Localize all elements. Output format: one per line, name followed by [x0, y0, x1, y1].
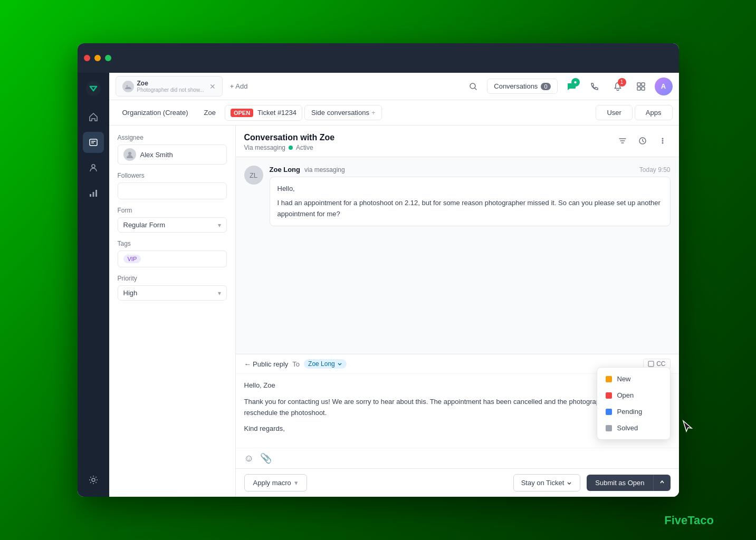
messages-area: ZL Zoe Long via messaging Today 9:50 Hel…: [236, 157, 679, 354]
message-channel: via messaging: [304, 166, 345, 173]
sidebar-item-settings[interactable]: [83, 469, 104, 490]
chat-btn[interactable]: ●: [562, 77, 581, 96]
status-new-color: [606, 376, 612, 382]
user-tab-right[interactable]: User: [596, 105, 632, 120]
active-tab[interactable]: Zoe Photographer did not show... ✕: [116, 76, 223, 97]
message-time: Today 9:50: [639, 166, 671, 173]
submit-main[interactable]: Submit as Open: [587, 475, 653, 491]
second-nav: Organization (Create) Zoe OPEN Ticket #1…: [109, 100, 679, 126]
assignee-field[interactable]: Alex Smith: [118, 144, 227, 165]
conversations-btn[interactable]: Conversations 0: [487, 79, 557, 94]
close-window-btn[interactable]: [84, 55, 90, 61]
tags-label: Tags: [118, 240, 227, 247]
tab-name: Zoe Photographer did not show...: [137, 80, 204, 93]
status-open-color: [606, 392, 612, 399]
svg-rect-6: [92, 192, 94, 197]
conv-title-area: Conversation with Zoe Via messaging Acti…: [244, 133, 335, 151]
form-dropdown-arrow: ▾: [218, 221, 221, 229]
form-select[interactable]: Regular Form ▾: [118, 217, 227, 233]
history-btn[interactable]: [635, 133, 650, 149]
svg-rect-21: [648, 361, 654, 367]
stay-on-ticket-btn[interactable]: Stay on Ticket: [513, 474, 581, 491]
svg-point-4: [92, 165, 95, 168]
side-conversations-tab[interactable]: Side conversations +: [304, 105, 382, 120]
svg-rect-5: [90, 194, 91, 197]
minimize-window-btn[interactable]: [94, 55, 101, 61]
chat-badge: ●: [571, 78, 580, 86]
message-item: ZL Zoe Long via messaging Today 9:50 Hel…: [244, 166, 671, 226]
reply-footer: ☺ 📎: [236, 448, 679, 468]
svg-rect-12: [637, 83, 640, 86]
grid-btn[interactable]: [631, 77, 650, 96]
maximize-window-btn[interactable]: [105, 55, 111, 61]
priority-select[interactable]: High ▾: [118, 285, 227, 301]
assignee-avatar: [123, 148, 136, 161]
svg-rect-7: [95, 190, 97, 197]
conversation-title: Conversation with Zoe: [244, 133, 335, 142]
left-panel: Assignee Alex Smith Followers Form: [109, 126, 236, 497]
add-tab-btn[interactable]: + Add: [225, 79, 253, 93]
svg-point-0: [86, 81, 101, 96]
sidebar-item-reports[interactable]: [83, 182, 104, 204]
svg-rect-13: [642, 83, 645, 86]
reply-to-label: To: [292, 360, 300, 368]
apply-macro-btn[interactable]: Apply macro ▾: [244, 474, 307, 491]
body-area: Assignee Alex Smith Followers Form: [109, 126, 679, 497]
message-sender: Zoe Long: [270, 166, 301, 173]
apply-macro-arrow: ▾: [294, 479, 298, 487]
right-tabs: User Apps: [596, 105, 672, 120]
sidebar-item-tickets[interactable]: [83, 132, 104, 153]
status-new[interactable]: New: [597, 371, 670, 387]
tab-close-btn[interactable]: ✕: [209, 82, 216, 91]
message-avatar: ZL: [244, 166, 263, 185]
ticket-tab[interactable]: OPEN Ticket #1234: [225, 105, 302, 121]
app-window: Zoe Photographer did not show... ✕ + Add: [78, 43, 679, 497]
conversation-header: Conversation with Zoe Via messaging Acti…: [236, 126, 679, 157]
notifications-btn[interactable]: 1: [608, 77, 627, 96]
search-btn[interactable]: [464, 77, 483, 96]
main-layout: Zoe Photographer did not show... ✕ + Add: [78, 73, 679, 497]
phone-btn[interactable]: [585, 77, 604, 96]
header-tabs: Zoe Photographer did not show... ✕ + Add: [109, 73, 679, 100]
user-tab[interactable]: Zoe: [197, 105, 223, 120]
followers-field[interactable]: [118, 182, 227, 199]
status-solved[interactable]: Solved: [597, 420, 670, 436]
message-header: Zoe Long via messaging Today 9:50: [270, 166, 671, 173]
sidebar-item-home[interactable]: [83, 107, 104, 128]
status-dropdown: New Open Pending Solved: [597, 367, 671, 440]
svg-point-16: [128, 152, 131, 155]
org-tab[interactable]: Organization (Create): [116, 105, 195, 120]
svg-point-8: [92, 478, 95, 481]
submit-arrow[interactable]: [653, 475, 671, 491]
status-open[interactable]: Open: [597, 387, 670, 403]
sidebar-item-users[interactable]: [83, 157, 104, 178]
svg-rect-15: [642, 87, 645, 90]
attach-btn[interactable]: 📎: [260, 452, 272, 464]
status-pending[interactable]: Pending: [597, 403, 670, 420]
filter-btn[interactable]: [615, 133, 630, 149]
header-right: Conversations 0 ●: [464, 77, 672, 96]
status-pending-color: [606, 409, 612, 415]
priority-label: Priority: [118, 275, 227, 282]
reply-type-btn[interactable]: ← Public reply: [244, 360, 289, 368]
action-bar: Apply macro ▾ Stay on Ticket Submit as O…: [236, 468, 679, 497]
priority-value: High: [123, 289, 138, 297]
svg-point-20: [662, 142, 663, 144]
svg-rect-1: [90, 139, 97, 146]
tags-field[interactable]: VIP: [118, 250, 227, 267]
cursor-indicator: [682, 420, 693, 435]
assignee-name: Alex Smith: [140, 151, 173, 159]
conv-header-icons: [615, 133, 671, 149]
reply-to-name[interactable]: Zoe Long: [304, 359, 347, 369]
conversation-area: Conversation with Zoe Via messaging Acti…: [236, 126, 679, 497]
branding: FiveTaco: [664, 514, 714, 527]
more-options-btn[interactable]: [655, 133, 671, 149]
svg-point-18: [662, 138, 663, 140]
form-label: Form: [118, 207, 227, 214]
message-body: Hello, I had an appointment for a photos…: [270, 177, 671, 226]
form-value: Regular Form: [123, 221, 165, 229]
emoji-btn[interactable]: ☺: [244, 453, 254, 464]
message-content: Zoe Long via messaging Today 9:50 Hello,…: [270, 166, 671, 226]
apps-tab-right[interactable]: Apps: [635, 105, 673, 120]
user-avatar[interactable]: A: [655, 78, 673, 95]
